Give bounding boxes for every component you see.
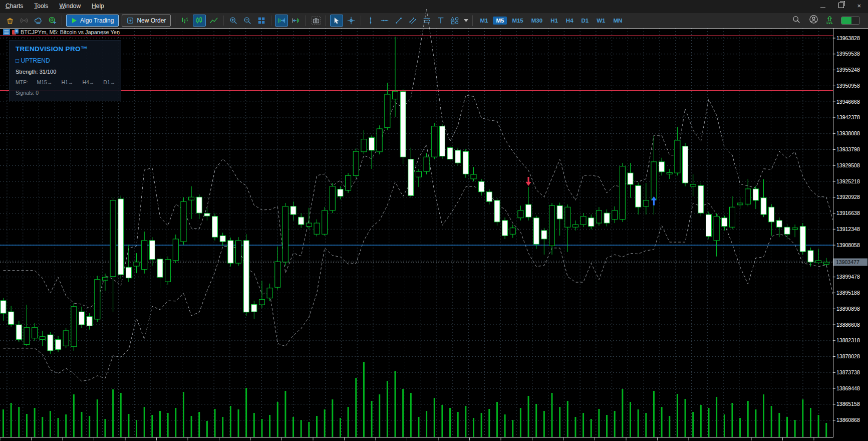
chart-symbol-title: BTCJPYm, M5: Bitcoin vs Japanese Yen: [21, 29, 120, 35]
candle-body: [816, 261, 821, 263]
candle-body: [282, 206, 288, 262]
candle-body: [330, 186, 335, 210]
candle-body: [142, 241, 147, 270]
candle-body: [463, 151, 468, 174]
candle-body: [306, 223, 312, 227]
candle-body: [110, 200, 116, 277]
price-axis-label: 13878028: [836, 353, 860, 359]
candle-body: [557, 205, 562, 219]
candle-body: [204, 213, 210, 216]
candle-body: [251, 304, 257, 312]
price-axis-label: 13912348: [836, 226, 860, 232]
volume-bar: [144, 407, 145, 437]
price-axis-label: 13899478: [836, 274, 860, 280]
price-axis-label: 13908058: [836, 242, 860, 248]
candle-body: [408, 159, 414, 196]
indicator-strength: Strength: 31/100: [16, 69, 115, 75]
volume-bar: [293, 417, 294, 437]
volume-bar: [253, 413, 255, 437]
volume-bar: [778, 413, 780, 437]
price-axis-label: 13869448: [836, 385, 860, 391]
candle-body: [604, 213, 610, 223]
volume-bar: [26, 414, 28, 437]
price-axis-label: 13916638: [836, 210, 860, 216]
volume-bar: [222, 417, 223, 437]
indicator-trend: □ UPTREND: [16, 57, 115, 64]
candle-body: [439, 126, 445, 156]
volume-bar: [269, 415, 270, 437]
volume-bar: [175, 408, 176, 437]
volume-bar: [708, 408, 710, 437]
candle-body: [16, 325, 22, 340]
candle-body: [377, 129, 382, 152]
candle-body: [87, 317, 92, 326]
candle-body: [737, 203, 743, 205]
volume-bar: [371, 401, 373, 437]
mtf-item: D1→: [103, 79, 115, 85]
one-click-trading-icon[interactable]: [12, 29, 19, 35]
depth-of-market-icon[interactable]: [3, 29, 10, 35]
volume-bar: [583, 413, 584, 437]
candle-body: [455, 150, 461, 163]
volume-bar: [395, 371, 396, 437]
candle-body: [385, 94, 390, 128]
volume-bar: [214, 409, 216, 437]
volume-bar: [441, 405, 443, 437]
volume-bar: [332, 399, 333, 437]
volume-bar: [731, 403, 733, 437]
candle-body: [722, 218, 727, 227]
volume-bar: [465, 406, 466, 437]
volume-bar: [230, 406, 231, 437]
candle-body: [533, 218, 539, 245]
candle-body: [369, 138, 375, 150]
price-axis-label: 13886608: [836, 322, 860, 328]
candle-body: [346, 175, 351, 190]
indicator-title: TRENDVISION PRO™: [16, 45, 115, 53]
volume-bar: [677, 394, 678, 437]
volume-bar: [755, 409, 756, 437]
volume-bar: [18, 407, 20, 437]
candle-body: [581, 216, 586, 225]
price-chart[interactable]: 1396382813959538139552481395095813946668…: [0, 0, 868, 441]
candle-body: [338, 189, 343, 196]
candle-body: [667, 172, 672, 174]
volume-bar: [301, 420, 302, 437]
candle-body: [259, 300, 264, 305]
volume-bar: [802, 399, 803, 437]
mt5-window: Charts Tools Window Help × Algo Trading: [0, 0, 868, 441]
volume-bar: [387, 381, 388, 437]
volume-bar: [11, 403, 12, 437]
volume-bar: [245, 388, 247, 437]
volume-bar: [434, 398, 435, 437]
volume-bar: [653, 391, 655, 437]
candle-body: [643, 200, 649, 206]
volume-bar: [136, 420, 137, 437]
volume-bar: [614, 411, 616, 437]
candle-body: [118, 199, 124, 275]
price-axis-label: 13890898: [836, 306, 860, 312]
volume-bar: [473, 418, 474, 437]
volume-bar: [488, 409, 490, 437]
volume-bar: [496, 402, 498, 437]
candle-body: [753, 189, 758, 200]
volume-bar: [324, 409, 326, 437]
candle-body: [32, 327, 38, 338]
candle-body: [471, 174, 476, 179]
mtf-items: M15→H1→H4→D1→: [28, 79, 116, 85]
candle-body: [479, 181, 484, 192]
candle-body: [9, 312, 14, 324]
volume-bar: [574, 417, 576, 437]
price-axis-label: 13938088: [836, 130, 860, 136]
mtf-label: MTF:: [16, 79, 28, 85]
candle-body: [745, 189, 751, 204]
volume-bar: [183, 392, 184, 437]
sell-arrow-icon: [526, 182, 531, 186]
candle-body: [134, 262, 139, 266]
candle-body: [291, 206, 296, 214]
volume-bar: [786, 417, 788, 437]
candle-body: [494, 200, 500, 222]
volume-bar: [818, 415, 819, 437]
volume-bar: [520, 408, 521, 437]
volume-bar: [308, 422, 310, 437]
candle-body: [63, 331, 69, 346]
